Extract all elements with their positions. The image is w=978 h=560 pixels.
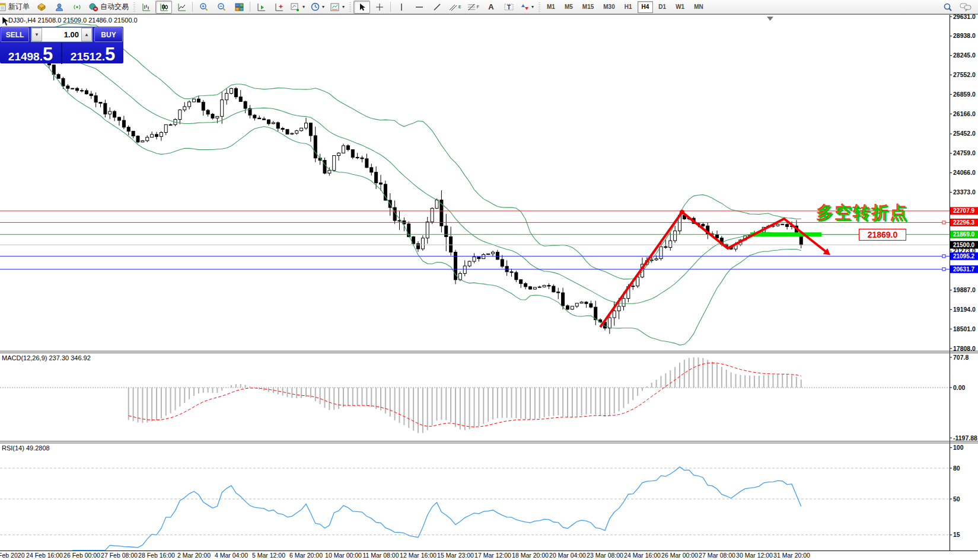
trendline-button[interactable] — [429, 1, 445, 14]
rsi-axis-label: 100 — [953, 444, 964, 451]
price-tick-label: 17808.0 — [953, 345, 976, 352]
line-handle[interactable] — [942, 221, 945, 224]
cursor-button[interactable] — [353, 1, 370, 14]
new-order-icon — [0, 3, 7, 11]
time-axis-label: 11 Mar 08:00 — [362, 552, 399, 559]
timeframe-mn[interactable]: MN — [690, 1, 708, 13]
timeframe-m30[interactable]: M30 — [599, 1, 619, 13]
chart-canvas[interactable]: 29631.028938.028245.027552.026859.026166… — [0, 0, 978, 560]
sell-button[interactable]: SELL — [1, 27, 29, 42]
time-axis-label: 27 Mar 08:00 — [699, 552, 735, 559]
line-handle[interactable] — [942, 268, 945, 271]
signals-button[interactable] — [69, 1, 85, 14]
fibonacci-button[interactable]: F — [465, 1, 482, 14]
templates-button[interactable]: ▾ — [328, 1, 347, 14]
candle — [566, 306, 569, 309]
new-chart-button[interactable]: ▾ — [288, 1, 307, 14]
candlestick-chart-button[interactable] — [155, 1, 172, 14]
auto-trading-icon — [89, 3, 98, 11]
candle — [309, 123, 312, 136]
toolbar-grip — [349, 2, 351, 12]
timeframe-m5[interactable]: M5 — [560, 1, 577, 13]
highlight-segment[interactable] — [750, 232, 821, 236]
candle — [323, 161, 326, 174]
time-axis-label: 23 Mar 08:00 — [587, 552, 623, 559]
history-button[interactable] — [33, 1, 50, 14]
fibonacci-icon — [467, 3, 476, 11]
candle — [501, 260, 504, 267]
time-axis-label: 28 Feb 16:00 — [138, 552, 175, 559]
search-icon — [943, 2, 952, 12]
vertical-line-button[interactable] — [393, 1, 410, 14]
price-tick-label: 26859.0 — [953, 91, 976, 98]
candle — [426, 222, 429, 238]
candle — [487, 254, 490, 254]
text-button[interactable]: A — [483, 1, 499, 14]
bar-chart-button[interactable] — [138, 1, 154, 14]
scroll-to-end-button[interactable] — [253, 1, 269, 14]
candle — [445, 226, 448, 236]
candle — [346, 146, 349, 150]
zoom-in-button[interactable] — [195, 1, 212, 14]
candle — [328, 170, 331, 173]
sell-price[interactable]: 21498.5 — [0, 43, 62, 64]
candle — [221, 100, 224, 116]
zoom-out-button[interactable] — [213, 1, 230, 14]
candle — [702, 224, 705, 226]
timeframe-d1[interactable]: D1 — [654, 1, 670, 13]
channel-button[interactable]: E — [447, 1, 464, 14]
auto-trading-label: 自动交易 — [100, 2, 129, 12]
candle — [62, 78, 65, 86]
macd-indicator-label: MACD(12,26,9) 237.30 346.92 — [2, 354, 91, 361]
auto-trading-button[interactable]: 自动交易 — [87, 1, 131, 14]
line-chart-button[interactable] — [173, 1, 190, 14]
candle — [109, 111, 112, 114]
time-axis-label: 15 Mar 23:00 — [437, 552, 474, 559]
time-axis-label: 24 Mar 16:00 — [624, 552, 661, 559]
candle — [164, 124, 167, 132]
chart-symbol-ohlc-label: DJ30-,H4 21508.0 21509.0 21486.0 21500.0 — [8, 17, 138, 24]
candle — [314, 136, 317, 158]
candle — [333, 156, 336, 171]
search-button[interactable] — [939, 1, 956, 14]
volume-input[interactable]: 1.00 — [42, 28, 81, 41]
periods-button[interactable]: ▾ — [308, 1, 327, 14]
buy-price[interactable]: 21512.5 — [62, 43, 123, 64]
rsi-indicator-label: RSI(14) 49.2808 — [2, 444, 50, 452]
tile-windows-button[interactable] — [231, 1, 247, 14]
candle — [104, 103, 107, 114]
timeframe-h1[interactable]: H1 — [620, 1, 636, 13]
buy-button[interactable]: BUY — [94, 27, 123, 42]
timeframe-m15[interactable]: M15 — [578, 1, 598, 13]
time-axis-label: 5 Mar 12:00 — [252, 552, 285, 559]
zigzag-vertex-dot — [680, 210, 684, 215]
new-order-button[interactable]: 新订单 — [0, 1, 32, 14]
zigzag-annotation[interactable] — [600, 212, 826, 327]
candle — [193, 99, 196, 102]
candle — [543, 286, 546, 287]
chat-button[interactable] — [957, 1, 974, 14]
arrows-icon — [521, 3, 529, 11]
time-axis-label: 2 Mar 20:00 — [177, 552, 211, 559]
crosshair-button[interactable] — [371, 1, 388, 14]
candle — [520, 280, 523, 284]
candle — [421, 238, 424, 249]
volume-increase-button[interactable]: ▲ — [81, 28, 92, 41]
volume-decrease-button[interactable]: ▼ — [31, 28, 42, 41]
timeframe-h4[interactable]: H4 — [638, 1, 654, 13]
zoom-out-icon — [217, 2, 226, 11]
candle — [533, 287, 536, 289]
line-handle[interactable] — [942, 255, 945, 258]
candle — [674, 231, 677, 241]
chart-shift-button[interactable] — [270, 1, 287, 14]
arrows-button[interactable]: ▾ — [518, 1, 536, 14]
trading-terminal: { "window":{"title":"","width":1649,"hei… — [0, 0, 978, 560]
candle — [202, 102, 205, 110]
accounts-button[interactable] — [51, 1, 68, 14]
timeframe-m1[interactable]: M1 — [543, 1, 559, 13]
horizontal-line-button[interactable] — [411, 1, 428, 14]
label-button[interactable]: T — [501, 1, 517, 14]
periods-icon — [311, 2, 320, 11]
timeframe-w1[interactable]: W1 — [671, 1, 689, 13]
time-axis-label: 10 Mar 00:00 — [325, 552, 362, 559]
